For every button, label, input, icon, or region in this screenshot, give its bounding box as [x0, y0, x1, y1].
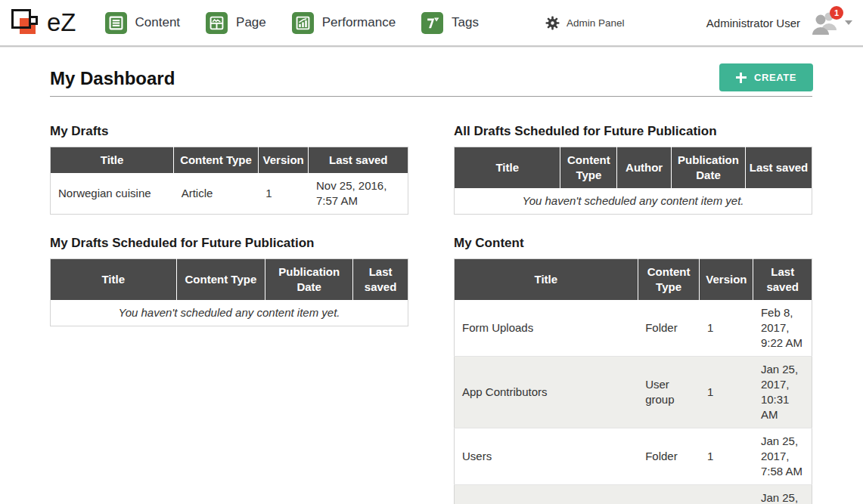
nav-label-performance: Performance	[322, 15, 396, 30]
admin-panel-button[interactable]: Admin Panel	[545, 16, 625, 30]
column-header: Content Type	[174, 147, 259, 174]
nav-item-performance[interactable]: Performance	[292, 12, 396, 34]
column-header: Content Type	[560, 147, 617, 189]
notification-badge[interactable]: 1	[830, 6, 843, 20]
header-row: TitleContent TypeVersionLast saved	[455, 259, 812, 301]
column-header: Last saved	[353, 259, 408, 301]
chevron-down-icon[interactable]	[845, 20, 852, 25]
all-drafts-scheduled-section: All Drafts Scheduled for Future Publicat…	[454, 124, 812, 215]
performance-icon	[292, 12, 314, 34]
table-row[interactable]: Norwegian cuisineArticle1Nov 25, 2016, 7…	[51, 173, 408, 215]
nav-label-content: Content	[135, 15, 181, 30]
column-header: Last saved	[753, 259, 812, 301]
table-cell: Form Uploads	[455, 300, 638, 357]
my-content-table: TitleContent TypeVersionLast savedForm U…	[454, 258, 812, 504]
nav-item-content[interactable]: Content	[105, 12, 181, 34]
create-button-label: CREATE	[754, 72, 796, 83]
table-cell: User group	[638, 357, 700, 428]
nav-item-page[interactable]: Page	[206, 12, 266, 34]
main-nav: Content Page	[105, 12, 480, 34]
ez-logo[interactable]: eZ	[9, 5, 76, 40]
ez-logo-text: eZ	[47, 8, 76, 37]
create-button[interactable]: CREATE	[719, 63, 813, 91]
content-icon	[105, 12, 127, 34]
nav-label-tags: Tags	[452, 15, 479, 30]
plus-icon	[736, 73, 747, 83]
user-name: Administrator User	[706, 17, 800, 29]
header-row: TitleContent TypeAuthorPublication DateL…	[455, 147, 812, 189]
page-title: My Dashboard	[50, 68, 812, 89]
empty-row: You haven't scheduled any content item y…	[455, 188, 812, 215]
table-cell: Jan 25, 2017, 10:31 AM	[753, 357, 812, 428]
table-cell: 1	[700, 300, 753, 357]
header-row: TitleContent TypePublication DateLast sa…	[51, 259, 408, 301]
nav-label-page: Page	[236, 15, 266, 30]
page-header: My Dashboard CREATE	[50, 68, 812, 97]
left-column: My Drafts TitleContent TypeVersionLast s…	[50, 124, 408, 504]
my-content-section: My Content TitleContent TypeVersionLast …	[454, 236, 812, 504]
table-cell: 1	[700, 428, 753, 485]
table-cell: Article	[174, 173, 259, 215]
column-header: Publication Date	[672, 147, 746, 189]
table-row[interactable]: AppFolder1Jan 25, 2017, 7:55 AM	[455, 485, 812, 504]
admin-panel-label: Admin Panel	[567, 17, 625, 29]
table-cell: Nov 25, 2016, 7:57 AM	[309, 173, 408, 215]
table-cell: 1	[700, 357, 753, 428]
table-cell: 1	[700, 485, 753, 504]
table-row[interactable]: Form UploadsFolder1Feb 8, 2017, 9:22 AM	[455, 300, 812, 357]
column-header: Title	[455, 147, 560, 189]
table-cell: Folder	[638, 300, 700, 357]
column-header: Last saved	[309, 147, 408, 174]
table-cell: Norwegian cuisine	[51, 173, 174, 215]
table-cell: Jan 25, 2017, 7:58 AM	[753, 428, 812, 485]
all-drafts-scheduled-table: TitleContent TypeAuthorPublication DateL…	[454, 147, 812, 215]
dashboard-page: My Dashboard CREATE My Drafts TitleConte…	[0, 68, 863, 504]
table-cell: Feb 8, 2017, 9:22 AM	[753, 300, 812, 357]
section-title-my-drafts: My Drafts	[50, 124, 408, 139]
my-drafts-scheduled-table: TitleContent TypePublication DateLast sa…	[50, 258, 408, 326]
gear-icon	[545, 16, 560, 30]
column-header: Title	[455, 259, 638, 301]
empty-message: You haven't scheduled any content item y…	[51, 300, 408, 326]
section-title-my-drafts-scheduled: My Drafts Scheduled for Future Publicati…	[50, 236, 408, 251]
column-header: Version	[700, 259, 753, 301]
table-cell: Folder	[638, 485, 700, 504]
right-column: All Drafts Scheduled for Future Publicat…	[454, 124, 812, 504]
table-cell: App	[455, 485, 638, 504]
column-header: Title	[51, 147, 174, 174]
header-row: TitleContent TypeVersionLast saved	[51, 147, 408, 174]
user-area: Administrator User 1	[706, 11, 852, 35]
column-header: Author	[617, 147, 672, 189]
table-cell: Users	[455, 428, 638, 485]
table-row[interactable]: UsersFolder1Jan 25, 2017, 7:58 AM	[455, 428, 812, 485]
nav-item-tags[interactable]: Tags	[421, 12, 479, 34]
column-header: Publication Date	[265, 259, 353, 301]
empty-message: You haven't scheduled any content item y…	[455, 188, 812, 215]
user-avatar[interactable]: 1	[811, 11, 838, 35]
column-header: Last saved	[745, 147, 812, 189]
column-header: Title	[51, 259, 177, 301]
empty-row: You haven't scheduled any content item y…	[51, 300, 408, 326]
tags-icon	[421, 12, 443, 34]
column-header: Content Type	[176, 259, 265, 301]
section-title-my-content: My Content	[454, 236, 812, 251]
my-drafts-scheduled-section: My Drafts Scheduled for Future Publicati…	[50, 236, 408, 326]
column-header: Version	[258, 147, 309, 174]
my-drafts-section: My Drafts TitleContent TypeVersionLast s…	[50, 124, 408, 215]
page-icon	[206, 12, 228, 34]
dashboard-columns: My Drafts TitleContent TypeVersionLast s…	[50, 124, 812, 504]
my-drafts-table: TitleContent TypeVersionLast savedNorweg…	[50, 147, 408, 215]
table-cell: App Contributors	[455, 357, 638, 428]
top-navigation-bar: eZ Content Pag	[0, 0, 863, 47]
table-row[interactable]: App ContributorsUser group1Jan 25, 2017,…	[455, 357, 812, 428]
column-header: Content Type	[638, 259, 700, 301]
ez-logo-icon	[9, 5, 45, 40]
section-title-all-drafts-scheduled: All Drafts Scheduled for Future Publicat…	[454, 124, 812, 139]
table-cell: 1	[258, 173, 309, 215]
table-cell: Folder	[638, 428, 700, 485]
table-cell: Jan 25, 2017, 7:55 AM	[753, 485, 812, 504]
